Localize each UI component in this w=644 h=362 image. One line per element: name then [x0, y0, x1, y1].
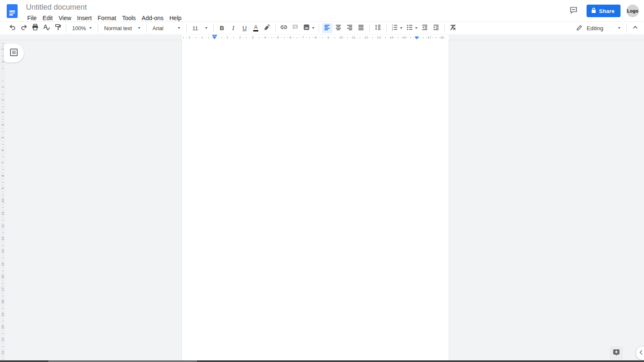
toolbar-divider	[275, 24, 276, 32]
highlight-color-icon	[263, 23, 271, 33]
justify-icon	[357, 23, 365, 33]
toolbar-divider	[186, 24, 187, 32]
numbered-list-icon: 1 2 3	[391, 23, 398, 33]
undo-button[interactable]	[7, 23, 18, 33]
mode-pencil-icon	[576, 24, 583, 32]
header-right: Share Logo	[566, 0, 639, 22]
comment-history-button[interactable]	[566, 4, 581, 18]
toolbar-divider	[369, 24, 370, 32]
line-spacing-button[interactable]	[373, 23, 383, 33]
font-size-select[interactable]: 11	[189, 23, 211, 33]
underline-button[interactable]: U	[239, 23, 250, 33]
menu-file[interactable]: File	[24, 14, 40, 22]
font-select[interactable]: Arial	[149, 23, 184, 33]
chevron-down-icon	[178, 27, 180, 29]
undo-icon	[9, 23, 16, 33]
document-page[interactable]	[182, 40, 449, 360]
editing-mode-select[interactable]: Editing	[573, 23, 624, 33]
document-title[interactable]: Untitled document	[24, 3, 184, 12]
menu-tools[interactable]: Tools	[119, 14, 139, 22]
highlight-color-button[interactable]	[262, 23, 273, 33]
docs-logo-icon[interactable]	[7, 4, 18, 18]
scrollbar-thumb[interactable]	[48, 360, 197, 362]
vertical-ruler[interactable]: 2112345678910111213141516171819202122	[0, 40, 5, 360]
clear-formatting-icon	[449, 23, 457, 33]
chevron-down-icon	[138, 27, 140, 29]
paragraph-style-value: Normal text	[104, 25, 132, 31]
avatar[interactable]: Logo	[626, 5, 639, 17]
zoom-value: 100%	[72, 25, 86, 31]
spelling-check-button[interactable]	[41, 23, 52, 33]
explore-icon	[612, 348, 621, 358]
print-icon	[31, 23, 39, 33]
text-color-icon: A	[253, 25, 258, 32]
header: Untitled document File Edit View Insert …	[0, 0, 644, 22]
bold-button[interactable]: B	[217, 23, 227, 33]
left-indent-marker[interactable]	[212, 35, 217, 39]
insert-link-button[interactable]	[279, 23, 289, 33]
paragraph-style-select[interactable]: Normal text	[101, 23, 143, 33]
chevron-down-icon	[618, 27, 621, 29]
horizontal-scrollbar[interactable]	[0, 360, 644, 362]
hide-menus-button[interactable]	[630, 23, 640, 33]
menu-insert[interactable]: Insert	[74, 14, 95, 22]
chevron-down-icon	[312, 27, 314, 29]
bulleted-list-icon	[406, 23, 413, 33]
insert-image-icon	[303, 23, 310, 33]
font-value: Arial	[153, 25, 164, 31]
toolbar-divider	[66, 24, 66, 32]
chevron-down-icon	[415, 27, 418, 29]
menu-add-ons[interactable]: Add-ons	[139, 14, 166, 22]
right-indent-marker[interactable]	[415, 36, 419, 39]
numbered-list-button[interactable]: 1 2 3	[390, 23, 404, 33]
menu-view[interactable]: View	[56, 14, 74, 22]
title-block: Untitled document File Edit View Insert …	[24, 3, 184, 22]
google-docs-app: Untitled document File Edit View Insert …	[0, 0, 644, 362]
share-button-label: Share	[599, 8, 615, 14]
add-comment-icon	[291, 23, 299, 33]
document-outline-icon	[9, 48, 18, 59]
menu-format[interactable]: Format	[95, 14, 119, 22]
zoom-select[interactable]: 100%	[69, 23, 95, 33]
insert-image-button[interactable]	[301, 23, 316, 33]
hide-menus-icon	[632, 24, 639, 32]
line-spacing-icon	[374, 23, 382, 33]
menu-edit[interactable]: Edit	[40, 14, 56, 22]
bulleted-list-button[interactable]	[405, 23, 419, 33]
editor-canvas	[0, 40, 644, 360]
text-color-button[interactable]: A	[251, 23, 261, 33]
toolbar-divider	[386, 24, 387, 32]
print-button[interactable]	[30, 23, 40, 33]
decrease-indent-button[interactable]	[420, 23, 430, 33]
clear-formatting-button[interactable]	[448, 23, 458, 33]
horizontal-ruler[interactable]: 21123456789101112131415161718	[0, 35, 644, 40]
chevron-down-icon	[400, 27, 402, 29]
align-right-button[interactable]	[345, 23, 355, 33]
toolbar-divider	[213, 24, 214, 32]
align-center-icon	[335, 23, 342, 33]
horizontal-ruler-scale[interactable]: 21123456789101112131415161718	[182, 35, 449, 40]
share-button[interactable]: Share	[587, 5, 621, 17]
redo-icon	[20, 23, 28, 33]
toolbar-right: Editing	[573, 22, 641, 34]
insert-link-icon	[280, 23, 288, 33]
share-lock-icon	[591, 8, 596, 15]
justify-button[interactable]	[356, 23, 366, 33]
paint-format-button[interactable]	[52, 23, 63, 33]
chevron-down-icon	[89, 27, 92, 29]
document-outline-button[interactable]	[4, 44, 24, 62]
menu-help[interactable]: Help	[166, 14, 184, 22]
toolbar-divider	[444, 24, 445, 32]
redo-button[interactable]	[18, 23, 29, 33]
increase-indent-button[interactable]	[431, 23, 441, 33]
decrease-indent-icon	[421, 23, 428, 33]
align-right-icon	[346, 23, 353, 33]
add-comment-button[interactable]	[290, 23, 301, 33]
explore-button[interactable]	[610, 346, 623, 360]
italic-button[interactable]: I	[228, 23, 239, 33]
toolbar-divider	[626, 24, 627, 32]
align-center-button[interactable]	[333, 23, 344, 33]
align-left-button[interactable]	[322, 23, 332, 33]
editing-mode-label: Editing	[587, 25, 603, 31]
increase-indent-icon	[432, 23, 440, 33]
